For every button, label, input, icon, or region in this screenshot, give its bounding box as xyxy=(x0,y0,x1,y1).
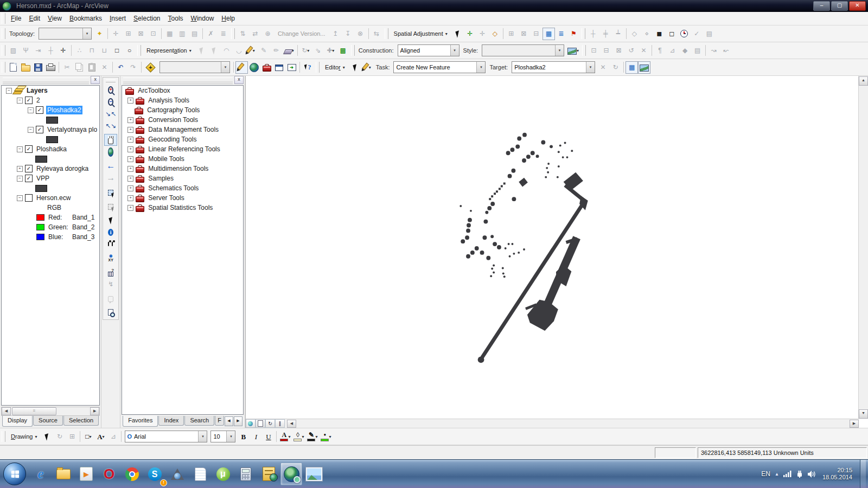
layer-visibility-checkbox[interactable]: ✓ xyxy=(36,106,43,114)
menu-window[interactable]: Window xyxy=(187,13,218,24)
toolbox-item-mobile-tools[interactable]: Mobile Tools xyxy=(147,155,185,163)
toolbox-item-multidimension-tools[interactable]: Multidimension Tools xyxy=(147,164,209,173)
expand-icon[interactable]: + xyxy=(127,117,133,123)
rep-properties-button[interactable]: ▩ xyxy=(337,44,349,57)
toc-close-icon[interactable]: x xyxy=(91,76,100,84)
tab-selection[interactable]: Selection xyxy=(63,416,99,426)
tab-display[interactable]: Display xyxy=(2,416,33,427)
open-button[interactable] xyxy=(20,61,32,74)
refresh-view-button[interactable]: ↻ xyxy=(265,419,275,428)
sketch-square-button[interactable]: ◼ xyxy=(653,28,666,40)
drawing-menu[interactable]: Drawing▾ xyxy=(7,431,41,443)
expand-icon[interactable]: + xyxy=(127,166,133,172)
sketch-link-button[interactable]: ◻ xyxy=(666,28,678,40)
command-window-button[interactable] xyxy=(273,61,285,74)
save-button[interactable] xyxy=(32,61,44,74)
italic-button[interactable]: I xyxy=(250,431,262,443)
tab-index[interactable]: Index xyxy=(158,416,184,426)
toc-scroll-right-icon[interactable]: ▶ xyxy=(90,407,99,415)
collapse-icon[interactable]: − xyxy=(6,88,12,94)
power-icon[interactable] xyxy=(796,471,803,478)
select-elements-tool[interactable] xyxy=(104,214,117,226)
toolbox-item-spatial-statistics-tools[interactable]: Spatial Statistics Tools xyxy=(147,203,214,212)
sketch-tool-button[interactable]: ▾ xyxy=(361,61,374,74)
new-text-button[interactable]: A▾ xyxy=(94,431,107,443)
volume-icon[interactable] xyxy=(808,471,816,478)
collapse-icon[interactable]: − xyxy=(28,107,34,113)
layer-ploshadka2-label[interactable]: Ploshadka2 xyxy=(46,106,82,114)
underline-button[interactable]: U xyxy=(262,431,275,443)
layers-root-label[interactable]: Layers xyxy=(25,86,49,95)
collapse-icon[interactable]: − xyxy=(17,195,23,201)
line-color-button[interactable]: ✎▾ xyxy=(305,431,319,443)
expand-icon[interactable]: + xyxy=(127,146,133,152)
go-to-xy-tool[interactable]: XY xyxy=(104,252,117,264)
menu-insert[interactable]: Insert xyxy=(106,13,130,24)
tab-favorites[interactable]: Favorites xyxy=(123,416,158,427)
collapse-icon[interactable]: − xyxy=(17,146,23,152)
menu-edit[interactable]: Edit xyxy=(25,13,44,24)
language-indicator[interactable]: EN xyxy=(761,470,770,478)
catalog-window-button[interactable] xyxy=(248,61,260,74)
tab-search[interactable]: Search xyxy=(184,416,214,426)
edit-select-tool[interactable] xyxy=(349,61,361,74)
back-extent-tool[interactable]: ← xyxy=(104,160,117,172)
editor-menu[interactable]: Editor▾ xyxy=(321,61,349,74)
map-scroll-left-icon[interactable]: ◀ xyxy=(287,420,296,428)
sketch-clock-button[interactable] xyxy=(678,28,691,40)
taskbar-notepad[interactable] xyxy=(189,463,211,485)
layer-rylevaya-dorogka-label[interactable]: Rylevaya dorogka xyxy=(35,164,90,173)
toolbox-item-samples[interactable]: Samples xyxy=(147,174,175,183)
layer-symbol-swatch[interactable] xyxy=(46,117,58,124)
collapse-icon[interactable]: − xyxy=(17,98,23,104)
modelbuilder-button[interactable]: ➔ xyxy=(285,61,298,74)
whats-this-button[interactable]: ? xyxy=(302,61,314,74)
fixed-zoom-in-tool[interactable]: ↘↖ xyxy=(104,108,117,120)
eraser-tool[interactable]: ▾ xyxy=(283,44,296,57)
layer-visibility-checkbox[interactable]: ✓ xyxy=(25,175,33,182)
data-view-button[interactable] xyxy=(246,419,256,428)
pan-tool[interactable] xyxy=(104,134,117,146)
fixed-zoom-out-tool[interactable]: ↖↘ xyxy=(104,120,117,132)
layer-vertalyotnaya-label[interactable]: Vertalyotnaya plo xyxy=(46,125,98,134)
show-desktop-button[interactable] xyxy=(860,460,866,488)
taskbar-arcmap[interactable] xyxy=(280,463,302,485)
start-button[interactable] xyxy=(3,463,26,485)
bold-button[interactable]: B xyxy=(237,431,250,443)
minimize-button[interactable]: – xyxy=(813,1,830,11)
full-extent-tool[interactable] xyxy=(104,146,117,158)
layer-visibility-checkbox[interactable]: ✓ xyxy=(25,165,33,172)
font-size-combo[interactable]: 10▾ xyxy=(210,431,235,442)
map-scroll-up-icon[interactable]: ▲ xyxy=(859,76,868,86)
new-displacement-link-tool[interactable]: ✛ xyxy=(464,28,476,40)
attributes-button[interactable]: ▦ xyxy=(626,61,638,74)
edge-match-tool[interactable]: ⚑ xyxy=(567,28,580,40)
measure-tool[interactable] xyxy=(104,266,117,278)
combo-dropdown-icon[interactable]: ▾ xyxy=(198,431,207,442)
menu-selection[interactable]: Selection xyxy=(130,13,164,24)
toolbox-item-server-tools[interactable]: Server Tools xyxy=(147,194,185,202)
adjustment-select-tool[interactable] xyxy=(451,28,464,40)
new-rectangle-button[interactable]: □▾ xyxy=(82,431,94,443)
representation-menu[interactable]: Representation▾ xyxy=(143,44,195,57)
maximize-button[interactable]: ▢ xyxy=(831,1,848,11)
tab-f[interactable]: F xyxy=(215,416,224,426)
taskbar-chrome[interactable] xyxy=(121,463,143,485)
map-scroll-right-icon[interactable]: ▶ xyxy=(850,420,859,428)
select-elements-button[interactable] xyxy=(41,431,53,443)
taskbar-image-viewer[interactable] xyxy=(303,463,325,485)
taskbar-graphics-app[interactable] xyxy=(167,463,188,485)
layout-view-button[interactable] xyxy=(256,419,265,428)
expand-icon[interactable]: + xyxy=(127,127,133,133)
zoom-out-tool[interactable]: − xyxy=(104,96,117,108)
expand-icon[interactable]: + xyxy=(127,195,133,201)
add-data-button[interactable] xyxy=(143,61,158,74)
combo-dropdown-icon[interactable]: ▾ xyxy=(450,45,459,56)
layer-herson-ecw-label[interactable]: Herson.ecw xyxy=(35,194,72,202)
edit-tool-button[interactable] xyxy=(235,61,248,74)
target-combo[interactable]: Ploshadka2▾ xyxy=(512,61,595,73)
toolbox-item-schematics-tools[interactable]: Schematics Tools xyxy=(147,184,200,192)
font-color-button[interactable]: A▾ xyxy=(278,431,292,443)
rectangle-tool[interactable]: □ xyxy=(111,44,123,57)
close-button[interactable]: ✕ xyxy=(849,1,866,11)
